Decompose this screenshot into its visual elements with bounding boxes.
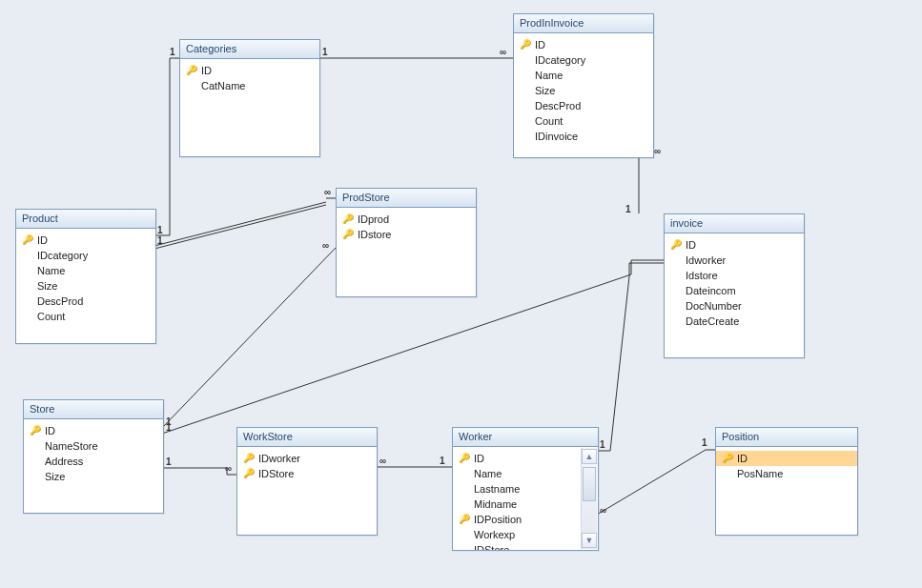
field-row[interactable]: Size [514, 83, 653, 98]
field-row[interactable]: Count [16, 309, 155, 324]
field-name: ID [535, 39, 545, 51]
field-name: ID [45, 425, 55, 436]
cardinality-one: 1 [322, 47, 328, 57]
field-row[interactable]: DateCreate [665, 314, 804, 329]
field-row[interactable]: IDcategory [16, 248, 155, 263]
entity-titlebar[interactable]: Categories [180, 40, 319, 59]
field-row[interactable]: 🔑IDworker [237, 451, 377, 466]
field-row[interactable]: DescProd [16, 294, 155, 309]
entity-titlebar[interactable]: Product [16, 210, 155, 229]
field-row[interactable]: Size [16, 278, 155, 294]
field-row[interactable]: 🔑IDPosition [453, 512, 598, 527]
entity-titlebar[interactable]: ProdInInvoice [514, 14, 653, 33]
field-row[interactable]: IDStore [453, 542, 598, 550]
scrollbar[interactable]: ▲▼ [581, 448, 597, 549]
field-row[interactable]: CatName [180, 78, 319, 93]
field-name: IDprod [358, 213, 389, 225]
field-row[interactable]: NameStore [24, 438, 163, 454]
field-row[interactable]: DescProd [514, 98, 653, 113]
cardinality-many: ∞ [379, 456, 386, 466]
field-row[interactable]: 🔑ID [453, 451, 598, 466]
entity-titlebar[interactable]: WorkStore [237, 428, 377, 447]
entity-worker[interactable]: Worker🔑IDNameLastnameMidname🔑IDPositionW… [452, 427, 599, 551]
field-row[interactable]: 🔑ID [514, 37, 653, 52]
entity-titlebar[interactable]: invoice [665, 214, 804, 233]
entity-titlebar[interactable]: Worker [453, 428, 598, 447]
primary-key-icon: 🔑 [459, 514, 470, 524]
field-row[interactable]: 🔑ID [24, 423, 163, 438]
scroll-up-icon[interactable]: ▲ [582, 449, 597, 464]
entity-body: 🔑IDCatName [180, 59, 319, 156]
field-row[interactable]: 🔑IDStore [237, 466, 377, 481]
field-row[interactable]: Count [514, 113, 653, 129]
field-name: IDworker [258, 453, 300, 464]
entity-body: 🔑IDIDcategoryNameSizeDescProdCount [16, 229, 155, 343]
entity-title: Categories [186, 40, 236, 58]
entity-body: 🔑IDprod🔑IDstore [337, 208, 476, 296]
field-name: IDStore [474, 544, 509, 550]
field-row[interactable]: Address [24, 454, 163, 469]
entity-titlebar[interactable]: Store [24, 400, 163, 419]
field-row[interactable]: Name [453, 466, 598, 481]
field-name: CatName [201, 80, 245, 91]
entity-prodstore[interactable]: ProdStore🔑IDprod🔑IDstore [336, 188, 477, 297]
entity-position[interactable]: Position🔑IDPosName [715, 427, 858, 536]
field-row[interactable]: 🔑ID [716, 451, 857, 466]
field-name: Size [37, 280, 57, 292]
field-row[interactable]: PosName [716, 466, 857, 481]
field-row[interactable]: 🔑ID [16, 233, 155, 248]
entity-titlebar[interactable]: ProdStore [337, 189, 476, 208]
field-name: DocNumber [686, 300, 742, 312]
cardinality-one: 1 [702, 437, 707, 448]
field-name: IDPosition [474, 514, 522, 525]
entity-workstore[interactable]: WorkStore🔑IDworker🔑IDStore [236, 427, 378, 536]
entity-body: 🔑IDNameStoreAddressSize [24, 419, 163, 513]
scroll-down-icon[interactable]: ▼ [582, 533, 597, 548]
field-row[interactable]: 🔑ID [180, 63, 319, 78]
primary-key-icon: 🔑 [22, 234, 33, 245]
field-row[interactable]: DocNumber [665, 298, 804, 314]
field-row[interactable]: Workexp [453, 527, 598, 542]
field-row[interactable]: Size [24, 469, 163, 484]
relationship-line [154, 58, 179, 235]
relationship-line [597, 263, 664, 451]
primary-key-icon: 🔑 [722, 453, 733, 463]
field-row[interactable]: 🔑ID [665, 237, 804, 253]
entity-titlebar[interactable]: Position [716, 428, 857, 447]
field-name: IDStore [258, 468, 294, 479]
field-row[interactable]: Idstore [665, 268, 804, 283]
entity-product[interactable]: Product🔑IDIDcategoryNameSizeDescProdCoun… [15, 209, 156, 344]
relationship-line [154, 198, 336, 249]
field-name: NameStore [45, 440, 98, 452]
field-name: Count [535, 115, 563, 127]
entity-title: ProdStore [342, 189, 390, 207]
field-row[interactable]: IDinvoice [514, 129, 653, 144]
field-row[interactable]: Midname [453, 497, 598, 512]
field-name: ID [474, 453, 484, 464]
entity-categories[interactable]: Categories🔑IDCatName [179, 39, 320, 157]
field-name: DescProd [37, 295, 83, 307]
field-name: Name [474, 468, 502, 479]
entity-invoice[interactable]: invoice🔑IDIdworkerIdstoreDateincomDocNum… [664, 213, 805, 358]
field-name: Count [37, 311, 65, 322]
entity-prodininvoice[interactable]: ProdInInvoice🔑IDIDcategoryNameSizeDescPr… [513, 13, 654, 158]
entity-store[interactable]: Store🔑IDNameStoreAddressSize [23, 399, 164, 514]
field-name: IDinvoice [535, 131, 578, 142]
field-row[interactable]: IDcategory [514, 52, 653, 68]
entity-title: Store [30, 400, 54, 418]
field-name: Name [37, 265, 65, 276]
scroll-thumb[interactable] [583, 467, 596, 501]
entity-body: 🔑IDIdworkerIdstoreDateincomDocNumberDate… [665, 233, 804, 357]
field-name: Workexp [474, 529, 515, 540]
field-row[interactable]: Name [514, 68, 653, 83]
cardinality-many: ∞ [600, 505, 606, 516]
field-row[interactable]: Idworker [665, 253, 804, 268]
cardinality-one: 1 [170, 47, 175, 57]
field-row[interactable]: 🔑IDprod [337, 212, 476, 227]
field-row[interactable]: Name [16, 263, 155, 278]
er-diagram-canvas[interactable]: { "entities": { "product": {"title":"Pro… [0, 0, 922, 588]
field-row[interactable]: Lastname [453, 481, 598, 497]
field-row[interactable]: 🔑IDstore [337, 227, 476, 242]
field-row[interactable]: Dateincom [665, 283, 804, 298]
cardinality-many: ∞ [324, 187, 331, 197]
